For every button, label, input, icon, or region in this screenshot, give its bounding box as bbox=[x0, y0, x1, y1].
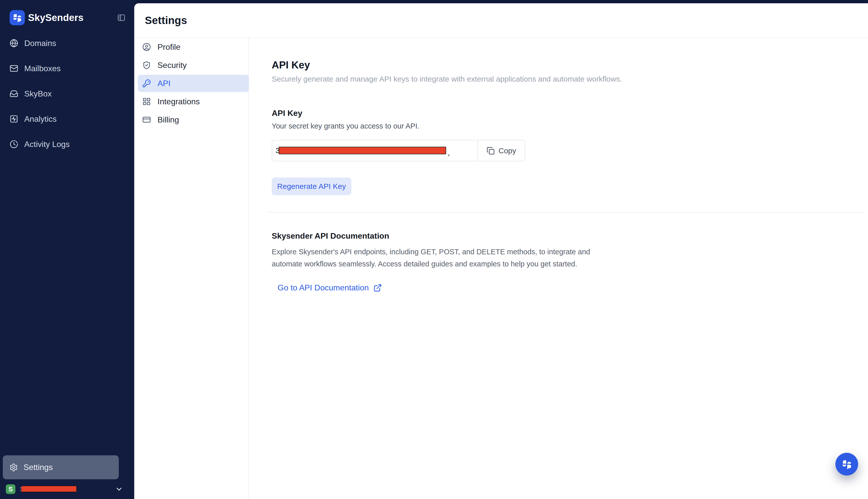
tab-api[interactable]: API bbox=[138, 75, 249, 92]
sidebar-item-activity-logs[interactable]: Activity Logs bbox=[0, 132, 134, 157]
api-docs-link[interactable]: Go to API Documentation bbox=[277, 283, 382, 292]
sidebar-item-label: SkyBox bbox=[24, 89, 51, 98]
docs-description: Explore Skysender's API endpoints, inclu… bbox=[272, 246, 603, 270]
tab-label: Profile bbox=[157, 42, 180, 52]
sidebar-item-label: Mailboxes bbox=[24, 64, 61, 73]
sidebar-nav: Domains Mailboxes SkyBox bbox=[0, 31, 134, 157]
api-key-visible-suffix: , bbox=[448, 148, 450, 157]
user-name-redaction bbox=[21, 486, 77, 492]
sidebar-item-mailboxes[interactable]: Mailboxes bbox=[0, 56, 134, 81]
app-window: SkySenders Domains bbox=[0, 0, 868, 499]
external-link-icon bbox=[373, 283, 382, 292]
chevron-down-icon[interactable] bbox=[115, 485, 123, 493]
sidebar-item-label: Activity Logs bbox=[24, 139, 70, 149]
sidebar-item-label: Analytics bbox=[24, 114, 57, 124]
page-header: Settings bbox=[134, 3, 868, 38]
api-docs-link-label: Go to API Documentation bbox=[277, 283, 369, 292]
inbox-icon bbox=[10, 89, 18, 98]
gear-icon bbox=[9, 463, 18, 472]
tab-billing[interactable]: Billing bbox=[138, 111, 249, 128]
skysenders-fab-button[interactable] bbox=[835, 453, 858, 475]
sidebar-item-settings[interactable]: Settings bbox=[3, 455, 119, 479]
grid-icon bbox=[142, 97, 151, 106]
sidebar-item-skybox[interactable]: SkyBox bbox=[0, 81, 134, 106]
tab-label: API bbox=[157, 79, 171, 88]
analytics-icon bbox=[10, 115, 18, 123]
section-subtitle: Securely generate and manage API keys to… bbox=[272, 75, 863, 83]
tab-label: Integrations bbox=[157, 97, 200, 106]
settings-subnav: Profile Security bbox=[134, 38, 249, 499]
section-title: API Key bbox=[272, 59, 863, 71]
shield-check-icon bbox=[142, 61, 151, 70]
globe-icon bbox=[10, 39, 18, 48]
docs-title: Skysender API Documentation bbox=[272, 231, 863, 241]
sidebar: SkySenders Domains bbox=[0, 0, 134, 499]
api-key-redaction bbox=[279, 147, 446, 154]
mail-icon bbox=[10, 64, 18, 73]
regenerate-api-key-button[interactable]: Regenerate API Key bbox=[272, 178, 351, 195]
api-key-description: Your secret key grants you access to our… bbox=[272, 122, 863, 130]
copy-button-label: Copy bbox=[498, 146, 516, 155]
api-key-label: API Key bbox=[272, 109, 863, 118]
page-title: Settings bbox=[145, 14, 187, 26]
sidebar-item-domains[interactable]: Domains bbox=[0, 31, 134, 56]
brand: SkySenders bbox=[0, 10, 134, 25]
sidebar-collapse-icon[interactable] bbox=[117, 13, 126, 22]
brand-name: SkySenders bbox=[28, 12, 84, 23]
credit-card-icon bbox=[142, 115, 151, 124]
api-key-field-group: 3 , Copy bbox=[272, 140, 525, 161]
api-key-value-field[interactable]: 3 , bbox=[272, 141, 477, 161]
skysenders-logo-icon bbox=[841, 458, 853, 470]
user-name: S bbox=[20, 485, 25, 493]
tab-integrations[interactable]: Integrations bbox=[138, 93, 249, 110]
skysenders-logo-icon bbox=[10, 10, 25, 25]
clock-icon bbox=[10, 140, 18, 148]
user-menu[interactable]: S S bbox=[0, 484, 134, 495]
section-divider bbox=[268, 212, 863, 212]
sidebar-item-analytics[interactable]: Analytics bbox=[0, 106, 134, 132]
tab-profile[interactable]: Profile bbox=[138, 38, 249, 56]
tab-label: Security bbox=[157, 61, 187, 70]
sidebar-item-label: Settings bbox=[24, 463, 53, 472]
main-panel: Settings Profile bbox=[134, 3, 868, 499]
sidebar-item-label: Domains bbox=[24, 39, 56, 48]
key-icon bbox=[142, 79, 151, 88]
tab-security[interactable]: Security bbox=[138, 57, 249, 74]
avatar: S bbox=[6, 484, 15, 494]
copy-button[interactable]: Copy bbox=[477, 141, 525, 161]
copy-icon bbox=[487, 147, 495, 155]
api-settings-content: API Key Securely generate and manage API… bbox=[249, 38, 868, 499]
user-circle-icon bbox=[142, 43, 151, 51]
tab-label: Billing bbox=[157, 115, 179, 124]
